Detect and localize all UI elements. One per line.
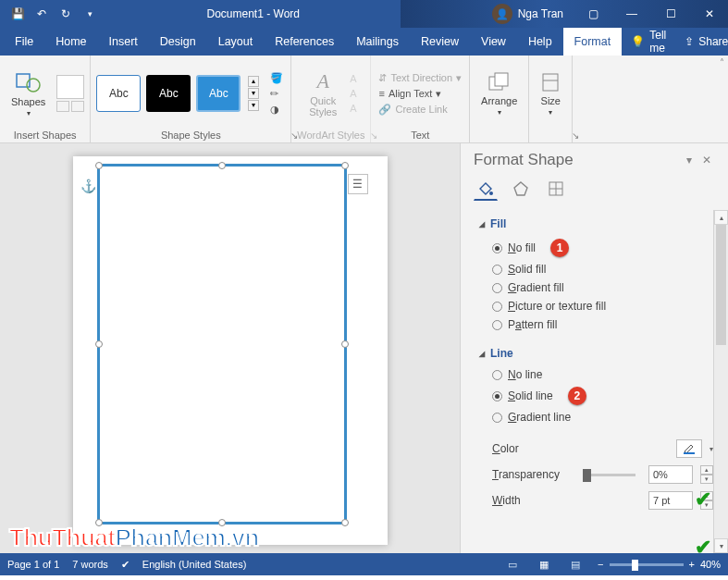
radio-icon (492, 243, 502, 253)
tab-references[interactable]: References (264, 28, 345, 56)
line-section-header[interactable]: Line (479, 347, 713, 360)
maximize-icon[interactable]: ☐ (652, 0, 689, 28)
status-words[interactable]: 7 words (72, 559, 108, 570)
scroll-thumb[interactable] (716, 225, 726, 345)
close-icon[interactable]: ✕ (691, 0, 728, 28)
view-print-layout-icon[interactable]: ▦ (535, 557, 553, 572)
shape-style-preset-3[interactable]: Abc (196, 75, 241, 112)
tab-insert[interactable]: Insert (98, 28, 149, 56)
size-launcher-icon[interactable]: ↘ (572, 130, 579, 141)
pane-tab-fill-line[interactable] (474, 177, 498, 201)
edit-shape-icon[interactable] (56, 101, 69, 112)
resize-handle-e[interactable] (341, 340, 349, 348)
minimize-icon[interactable]: — (613, 0, 650, 28)
width-value[interactable]: 7 pt (648, 491, 693, 510)
document-title: Document1 - Word (207, 7, 300, 20)
status-page[interactable]: Page 1 of 1 (7, 559, 59, 570)
transparency-slider[interactable] (583, 474, 635, 476)
line-color-row: Color ▾ (479, 436, 713, 462)
fill-option-no-fill[interactable]: No fill 1 (479, 236, 713, 260)
shape-style-preset-1[interactable]: Abc (96, 75, 141, 112)
tab-layout[interactable]: Layout (207, 28, 265, 56)
arrange-button[interactable]: Arrange ▾ (475, 68, 523, 120)
resize-handle-nw[interactable] (95, 162, 103, 169)
tab-view[interactable]: View (470, 28, 517, 56)
svg-rect-11 (684, 452, 695, 454)
align-text-button[interactable]: ≡ Align Text ▾ (376, 87, 463, 101)
line-color-picker[interactable] (676, 439, 702, 458)
spinner-up-icon[interactable]: ▴ (700, 465, 713, 475)
zoom-out-icon[interactable]: − (598, 559, 603, 570)
slider-thumb[interactable] (583, 469, 591, 482)
pane-options-icon[interactable]: ▾ (683, 154, 696, 167)
fill-option-pattern[interactable]: Pattern fill (479, 315, 713, 334)
resize-handle-n[interactable] (218, 162, 226, 169)
tab-design[interactable]: Design (149, 28, 207, 56)
scroll-down-icon[interactable]: ▾ (714, 538, 728, 553)
status-language[interactable]: English (United States) (142, 559, 247, 570)
qat-customize-icon[interactable]: ▾ (80, 4, 100, 24)
line-option-label: Gradient line (508, 411, 571, 424)
tab-format[interactable]: Format (563, 28, 623, 56)
transparency-spinner[interactable]: ▴▾ (700, 465, 713, 484)
shape-style-preset-2[interactable]: Abc (146, 75, 191, 112)
annotation-check-1: ✔ (695, 487, 711, 512)
tab-home[interactable]: Home (44, 28, 97, 56)
resize-handle-w[interactable] (95, 340, 103, 348)
line-option-solid[interactable]: Solid line 2 (479, 384, 713, 408)
line-option-no-line[interactable]: No line (479, 365, 713, 384)
save-icon[interactable]: 💾 (7, 4, 28, 24)
pane-close-icon[interactable]: ✕ (698, 154, 715, 167)
view-read-mode-icon[interactable]: ▭ (503, 557, 522, 572)
tab-review[interactable]: Review (410, 28, 470, 56)
pane-tab-layout[interactable] (544, 177, 568, 201)
text-box-icon[interactable] (71, 101, 84, 112)
resize-handle-se[interactable] (341, 519, 349, 526)
resize-handle-ne[interactable] (341, 162, 349, 169)
zoom-in-icon[interactable]: + (689, 559, 695, 570)
resize-handle-sw[interactable] (95, 519, 103, 526)
selected-shape[interactable]: ☰ (97, 164, 347, 524)
tab-file[interactable]: File (4, 28, 44, 56)
view-web-layout-icon[interactable]: ▤ (566, 557, 585, 572)
gallery-scroll-up-icon[interactable]: ▴ (248, 76, 259, 87)
line-option-gradient[interactable]: Gradient line (479, 408, 713, 426)
ribbon-display-options-icon[interactable]: ▢ (574, 0, 611, 28)
redo-icon[interactable]: ↻ (56, 4, 76, 24)
shape-fill-button[interactable]: 🪣 (268, 71, 285, 85)
shapes-button[interactable]: Shapes ▾ (6, 67, 51, 121)
gallery-more-icon[interactable]: ▾ (248, 100, 259, 111)
shape-outline-button[interactable]: ✏ (268, 87, 285, 101)
resize-handle-s[interactable] (218, 519, 226, 526)
document-area[interactable]: ⚓ ☰ (0, 143, 460, 553)
pane-tab-effects[interactable] (509, 177, 533, 201)
shape-effects-button[interactable]: ◑ (268, 103, 285, 117)
undo-icon[interactable]: ↶ (31, 4, 52, 24)
fill-option-solid[interactable]: Solid fill (479, 260, 713, 278)
wordart-launcher-icon[interactable]: ↘ (370, 130, 377, 141)
status-proofing-icon[interactable]: ✔ (121, 559, 130, 571)
zoom-slider[interactable] (610, 563, 684, 566)
radio-icon (492, 413, 502, 423)
size-button[interactable]: Size ▾ (535, 68, 566, 120)
fill-section-header[interactable]: Fill (479, 217, 713, 230)
tell-me-button[interactable]: 💡 Tell me (622, 29, 675, 55)
layout-options-icon[interactable]: ☰ (348, 174, 368, 194)
shape-gallery-thumb[interactable] (56, 75, 84, 99)
scroll-up-icon[interactable]: ▴ (714, 210, 728, 225)
status-bar: Page 1 of 1 7 words ✔ English (United St… (0, 553, 728, 575)
fill-option-gradient[interactable]: Gradient fill (479, 278, 713, 297)
zoom-thumb[interactable] (632, 560, 638, 571)
tab-help[interactable]: Help (517, 28, 563, 56)
account-button[interactable]: 👤 Nga Tran (483, 4, 573, 24)
fill-option-picture[interactable]: Picture or texture fill (479, 297, 713, 315)
zoom-value[interactable]: 40% (700, 559, 721, 570)
share-button[interactable]: ⇪ Share (675, 35, 728, 48)
pane-scrollbar[interactable]: ▴ ▾ (713, 210, 728, 553)
collapse-ribbon-icon[interactable]: ˄ (720, 57, 724, 68)
spinner-down-icon[interactable]: ▾ (700, 475, 713, 484)
tab-mailings[interactable]: Mailings (345, 28, 410, 56)
gallery-scroll-down-icon[interactable]: ▾ (248, 88, 259, 99)
transparency-value[interactable]: 0% (648, 465, 693, 484)
page: ⚓ ☰ (73, 156, 388, 545)
